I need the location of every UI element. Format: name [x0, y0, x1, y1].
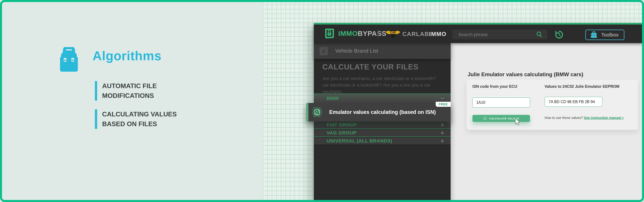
- spinner-icon: [483, 117, 487, 120]
- hero-bullet-2: CALCULATING VALUES BASED ON FILES: [95, 109, 177, 129]
- search-input[interactable]: [458, 30, 532, 40]
- app-window: IMMOBYPASS CAR CARLABIMMO: [314, 23, 642, 200]
- accordion-group-universal[interactable]: UNIVERSAL (ALL BRANDS) +: [314, 137, 451, 145]
- vehicle-brand-list-bar: ‹ Vehicle Brand List: [314, 43, 451, 59]
- immobypass-logo-icon: [324, 28, 334, 40]
- group-label: UNIVERSAL (ALL BRANDS): [327, 138, 392, 144]
- expand-icon[interactable]: +: [440, 137, 444, 145]
- sidebar-subtitle: Are you a car mechanic, a car electricia…: [322, 75, 451, 95]
- group-label: VAG GROUP: [327, 130, 356, 136]
- carlab-badge-icon: CAR: [385, 29, 401, 40]
- sidebar-subtitle-line-2: car electrician or a locksmith? Are you …: [322, 82, 451, 95]
- app-header: IMMOBYPASS CAR CARLABIMMO: [314, 25, 642, 43]
- free-badge-label: FREE: [438, 103, 448, 106]
- brand-carlab-immo: IMMO: [429, 31, 446, 37]
- active-item-accent-bar: [306, 103, 308, 122]
- brand-carlab: CARLAB: [402, 31, 429, 37]
- group-label: FIAT GROUP: [327, 122, 357, 128]
- toolbox-hero-icon: [59, 47, 79, 72]
- calculator-card: ISN code from your ECU Values to 24C02 J…: [466, 79, 638, 130]
- sidebar-subtitle-line-1: Are you a car mechanic, a car electricia…: [322, 75, 451, 82]
- calculate-values-button[interactable]: CALCULATE VALUES: [472, 115, 530, 122]
- toolbox-button[interactable]: Toolbox: [585, 30, 624, 40]
- group-label: BMW: [327, 96, 339, 101]
- svg-text:CAR: CAR: [390, 31, 396, 34]
- hero-title: Algorithms: [92, 48, 162, 63]
- isn-label: ISN code from your ECU: [472, 84, 517, 89]
- chip-magnifier-icon: [312, 107, 322, 118]
- help-row: How to use these values? See instruction…: [544, 116, 624, 120]
- toolbox-button-label: Toolbox: [601, 32, 618, 38]
- collapse-icon[interactable]: −: [440, 95, 444, 102]
- calculate-files-sidebar: CALCULATE YOUR FILES Are you a car mecha…: [314, 59, 451, 200]
- bullet-1-line-2: MODIFICATIONS: [102, 91, 157, 100]
- back-button[interactable]: ‹: [320, 47, 328, 55]
- app-top-accent: [314, 23, 642, 25]
- accordion-group-vag[interactable]: VAG GROUP +: [314, 130, 451, 137]
- algorithm-item-emulator-values[interactable]: Emulator values calculating (based on IS…: [306, 103, 451, 122]
- header-divider: [378, 30, 378, 38]
- bullet-bar: [95, 81, 97, 100]
- carlabimmo-wordmark: CARLABIMMO: [402, 31, 446, 37]
- nav-title: Vehicle Brand List: [335, 48, 378, 54]
- search-icon[interactable]: [536, 31, 543, 39]
- bullet-2-line-2: BASED ON FILES: [102, 119, 177, 129]
- algorithm-item-title: Emulator values calculating (based on IS…: [329, 109, 436, 115]
- accordion-group-fiat[interactable]: FIAT GROUP +: [314, 121, 451, 129]
- bullet-2-line-1: CALCULATING VALUES: [102, 109, 177, 119]
- mouse-cursor: [514, 118, 521, 127]
- immobypass-wordmark: IMMOBYPASS: [338, 30, 386, 38]
- brand-immo: IMMO: [338, 30, 358, 37]
- eeprom-label: Values to 24C02 Julie Emulator EEPROM: [544, 84, 619, 89]
- free-badge: FREE: [436, 102, 451, 107]
- toolbox-icon: [590, 31, 598, 38]
- page-title: Julie Emulator values calculating (BMW c…: [468, 71, 583, 77]
- instruction-manual-link[interactable]: See instruction manual >: [584, 116, 624, 120]
- expand-icon[interactable]: +: [440, 129, 444, 137]
- accordion-group-bmw[interactable]: BMW −: [314, 93, 451, 103]
- bullet-1-line-1: AUTOMATIC FILE: [102, 81, 157, 91]
- brand-bypass: BYPASS: [358, 30, 386, 37]
- expand-icon[interactable]: +: [440, 121, 444, 129]
- history-icon[interactable]: [555, 30, 564, 40]
- isn-input[interactable]: [472, 97, 530, 108]
- hero-bullet-1: AUTOMATIC FILE MODIFICATIONS: [95, 81, 157, 100]
- sidebar-heading: CALCULATE YOUR FILES: [322, 63, 418, 71]
- content-panel: Julie Emulator values calculating (BMW c…: [451, 43, 642, 200]
- bullet-bar: [95, 109, 97, 129]
- help-text: How to use these values?: [544, 116, 583, 120]
- marketing-banner: Algorithms AUTOMATIC FILE MODIFICATIONS …: [0, 0, 644, 202]
- eeprom-output[interactable]: [544, 97, 602, 107]
- search-box: [452, 30, 548, 39]
